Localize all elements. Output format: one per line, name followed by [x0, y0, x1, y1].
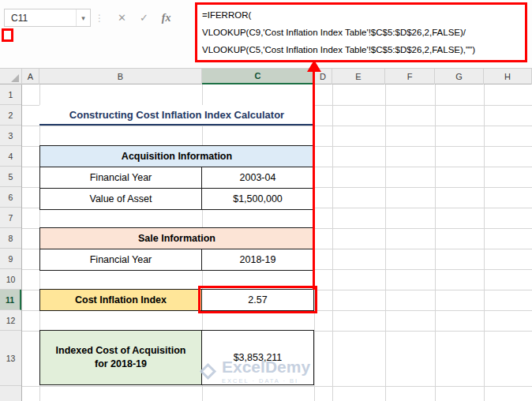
- column-header-B[interactable]: B: [39, 69, 202, 84]
- formula-line: VLOOKUP(C5,'Cost Inflation Index Table'!…: [202, 41, 520, 58]
- watermark-text: ExcelDemy EXCEL · DATA · BI: [222, 358, 310, 384]
- row-header-4[interactable]: 4: [0, 146, 21, 167]
- cell-c6-asset-value[interactable]: $1,500,000: [202, 189, 313, 209]
- formula-line: VLOOKUP(C9,'Cost Inflation Index Table'!…: [202, 24, 520, 41]
- column-headers: ABCDEFGH: [0, 69, 532, 84]
- name-box[interactable]: C11 ▾: [4, 9, 91, 27]
- row-header-3[interactable]: 3: [0, 126, 21, 146]
- cancel-icon[interactable]: ✕: [118, 12, 126, 24]
- column-header-A[interactable]: A: [22, 69, 39, 84]
- insert-function-icon[interactable]: fx: [162, 12, 171, 24]
- row-header-7[interactable]: 7: [0, 208, 21, 228]
- cell-b11-cii-label[interactable]: Cost Inflation Index: [40, 290, 202, 310]
- name-box-value: C11: [5, 13, 76, 24]
- column-header-E[interactable]: E: [332, 69, 385, 84]
- row-header-1[interactable]: 1: [0, 84, 21, 105]
- row-header-9[interactable]: 9: [0, 249, 21, 269]
- formula-line: =IFERROR(: [202, 6, 520, 24]
- row-header-12[interactable]: 12: [0, 310, 21, 331]
- gridline-vertical: [484, 84, 485, 401]
- column-header-G[interactable]: G: [435, 69, 484, 84]
- excel-window: C11 ▾ ⋮ ✕ ✓ fx =IFERROR(VLOOKUP(C9,'Cost…: [0, 0, 532, 401]
- cell-c5-financial-year-value[interactable]: 2003-04: [202, 167, 313, 188]
- name-box-dropdown-icon[interactable]: ▾: [77, 14, 90, 22]
- gridline-vertical: [435, 84, 436, 401]
- row-headers: 12345678910111213: [0, 84, 22, 401]
- annotation-cell-highlight: [198, 286, 317, 313]
- annotation-arrow-head-icon: [307, 60, 321, 72]
- formula-bar-buttons: ⋮ ✕ ✓ fx: [95, 9, 170, 27]
- exceldemy-logo-icon: [200, 362, 216, 379]
- cell-b6-value-of-asset[interactable]: Value of Asset: [40, 189, 202, 209]
- row-header-6[interactable]: 6: [0, 187, 21, 208]
- row-header-10[interactable]: 10: [0, 269, 21, 290]
- row-header-11[interactable]: 11: [0, 290, 21, 310]
- cell-sale-header[interactable]: Sale Information: [40, 228, 313, 249]
- cell-b9-financial-year[interactable]: Financial Year: [40, 249, 202, 270]
- watermark-brand: ExcelDemy: [222, 358, 310, 376]
- sale-table: Sale Information Financial Year 2018-19: [39, 227, 314, 271]
- gridline-vertical: [385, 84, 386, 401]
- row-header-5[interactable]: 5: [0, 167, 21, 187]
- annotation-fragment: [2, 28, 13, 42]
- gridline-vertical: [332, 84, 333, 401]
- drag-handle-icon: ⋮: [95, 13, 104, 24]
- column-header-H[interactable]: H: [484, 69, 532, 84]
- cell-b13-indexed-label[interactable]: Indexed Cost of Acquisition for 2018-19: [40, 331, 202, 384]
- formula-input[interactable]: =IFERROR(VLOOKUP(C9,'Cost Inflation Inde…: [195, 2, 527, 62]
- cell-acquisition-header[interactable]: Acquisition Information: [40, 146, 313, 167]
- select-all-button[interactable]: [0, 69, 22, 84]
- row-header-2[interactable]: 2: [0, 105, 21, 126]
- enter-icon[interactable]: ✓: [140, 12, 148, 24]
- gridline-horizontal: [22, 126, 532, 126]
- cell-b5-financial-year[interactable]: Financial Year: [40, 167, 202, 188]
- gridline-horizontal: [22, 386, 532, 387]
- row-header-13[interactable]: 13: [0, 331, 21, 386]
- sheet-title-cell[interactable]: Constructing Cost Inflation Index Calcul…: [39, 105, 314, 126]
- watermark-tagline: EXCEL · DATA · BI: [222, 377, 310, 384]
- row-header-8[interactable]: 8: [0, 228, 21, 249]
- acquisition-table: Acquisition Information Financial Year 2…: [39, 145, 314, 210]
- sheet-title: Constructing Cost Inflation Index Calcul…: [69, 109, 284, 121]
- watermark: ExcelDemy EXCEL · DATA · BI: [199, 358, 310, 384]
- column-header-F[interactable]: F: [385, 69, 435, 84]
- cell-c9-financial-year-value[interactable]: 2018-19: [202, 249, 313, 270]
- column-header-C[interactable]: C: [202, 69, 314, 84]
- formula-bar-area: C11 ▾ ⋮ ✕ ✓ fx =IFERROR(VLOOKUP(C9,'Cost…: [0, 0, 532, 69]
- annotation-arrow-line: [313, 66, 315, 290]
